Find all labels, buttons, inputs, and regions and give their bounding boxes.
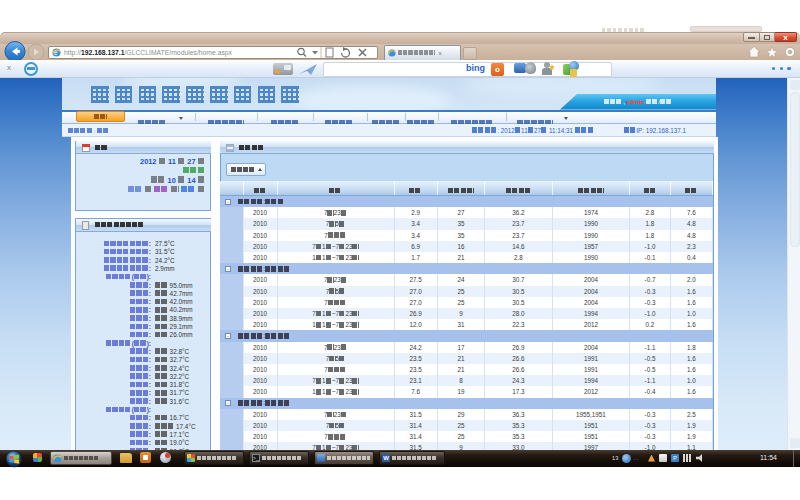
svg-text:e: e: [54, 49, 58, 56]
